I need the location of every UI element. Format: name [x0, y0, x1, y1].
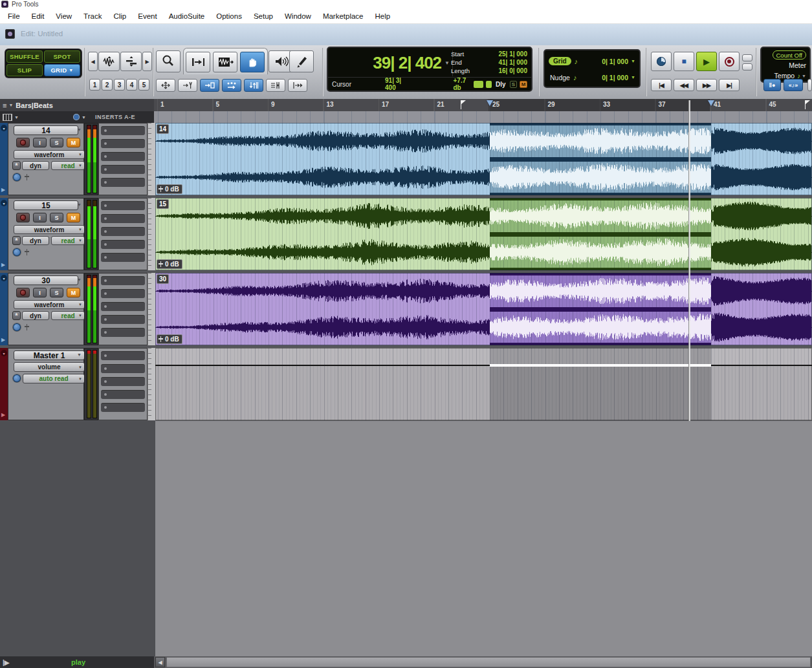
insert-slot[interactable]	[101, 253, 145, 262]
zoom-preset-2[interactable]: 2	[102, 79, 113, 91]
zoom-toggle-button[interactable]	[156, 79, 175, 92]
horizontal-zoom-out-button[interactable]: ◀	[88, 52, 98, 71]
link-track-edit-selection-button[interactable]	[222, 79, 241, 92]
menu-window[interactable]: Window	[279, 12, 317, 20]
track-collapse-icon[interactable]: ▾	[1, 350, 7, 356]
insertion-follows-playback-button[interactable]	[244, 79, 263, 92]
track-name[interactable]: 30	[14, 275, 78, 285]
automation-icon[interactable]: *	[12, 311, 21, 320]
tab-to-transient-button[interactable]	[178, 79, 197, 92]
automation-follows-edit-button[interactable]	[266, 79, 285, 92]
insert-slot[interactable]	[101, 165, 145, 174]
solo-status-chip[interactable]: S	[510, 81, 517, 88]
insert-slot[interactable]	[101, 227, 145, 236]
dyn-button[interactable]: dyn	[22, 161, 49, 170]
track-view-selector[interactable]: volume▼	[14, 362, 85, 372]
automation-icon[interactable]: *	[12, 161, 21, 170]
automation-mode-selector[interactable]: read▼	[51, 311, 85, 320]
chevron-down-icon[interactable]: ▼	[77, 127, 82, 132]
play-button[interactable]: ▶	[696, 52, 717, 71]
insert-slot[interactable]	[101, 390, 145, 399]
nudge-label[interactable]: Nudge	[549, 74, 570, 81]
return-to-zero-button[interactable]: |◀	[651, 79, 672, 91]
spot-mode-button[interactable]: SPOT	[44, 50, 80, 63]
clock-icon[interactable]	[13, 173, 21, 181]
scroll-left-button[interactable]: ◀	[155, 657, 165, 667]
end-value[interactable]: 41| 1| 000	[498, 59, 527, 66]
automation-icon[interactable]: *	[12, 236, 21, 245]
insert-slot[interactable]	[101, 377, 145, 386]
mute-button[interactable]: M	[67, 213, 80, 222]
chevron-down-icon[interactable]: ▼	[631, 75, 635, 80]
menu-event[interactable]: Event	[132, 12, 162, 20]
track-expand-icon[interactable]: ▶	[1, 412, 5, 418]
track-view-selector[interactable]: waveform▼	[14, 300, 85, 309]
menu-help[interactable]: Help	[369, 12, 397, 20]
clip-gain-badge[interactable]: 0 dB	[157, 334, 182, 344]
record-button[interactable]	[719, 52, 740, 71]
slip-mode-button[interactable]: SLIP	[6, 64, 43, 76]
midi-zoom-button[interactable]	[120, 52, 142, 71]
rewind-button[interactable]: ◀◀	[674, 79, 694, 91]
insert-slot[interactable]	[101, 315, 145, 324]
menu-track[interactable]: Track	[78, 12, 107, 20]
volume-automation-canvas[interactable]	[155, 348, 812, 420]
input-monitor-button[interactable]: I	[33, 138, 47, 147]
clock-icon[interactable]	[13, 248, 21, 256]
menu-options[interactable]: Options	[210, 12, 248, 20]
stop-button[interactable]: ■	[674, 52, 694, 71]
automation-mode-selector[interactable]: auto read▼	[23, 374, 85, 383]
menu-file[interactable]: File	[2, 12, 26, 20]
waveform-canvas[interactable]	[155, 198, 812, 270]
insert-slot[interactable]	[101, 328, 145, 337]
dyn-button[interactable]: dyn	[22, 236, 49, 245]
metronome-button[interactable]: «♪»	[784, 79, 803, 91]
solo-button[interactable]: S	[50, 288, 63, 297]
waveform-canvas[interactable]	[155, 273, 812, 345]
dyn-button[interactable]: dyn	[22, 311, 49, 320]
mirrored-midi-editing-button[interactable]	[288, 79, 307, 92]
zoom-preset-1[interactable]: 1	[89, 79, 100, 91]
clip-gain-badge[interactable]: 0 dB	[157, 259, 182, 269]
insert-slot[interactable]	[101, 126, 145, 135]
record-arm-button[interactable]	[16, 213, 30, 222]
menu-marketplace[interactable]: Marketplace	[317, 12, 369, 20]
chevron-down-icon[interactable]: ▼	[82, 115, 86, 120]
menu-edit[interactable]: Edit	[26, 12, 50, 20]
zoomer-tool-button[interactable]	[156, 50, 181, 72]
zoom-preset-4[interactable]: 4	[126, 79, 137, 91]
input-monitor-button[interactable]: I	[33, 213, 47, 222]
nudge-value[interactable]: 0| 1| 000	[602, 74, 628, 81]
clip-gain-badge[interactable]: 0 dB	[157, 184, 182, 194]
horizontal-scrollbar[interactable]: ◀	[154, 656, 812, 668]
track-view-icon[interactable]	[3, 114, 12, 121]
mute-button[interactable]: M	[67, 288, 80, 297]
toolbar-expand-button-top[interactable]	[742, 54, 752, 61]
insert-slot[interactable]	[101, 139, 145, 148]
waveform-canvas[interactable]	[155, 123, 812, 195]
track-expand-icon[interactable]: ▶	[1, 337, 5, 343]
insert-slot[interactable]	[101, 351, 145, 360]
track-collapse-icon[interactable]: ▾	[1, 275, 7, 281]
audio-clip-15[interactable]: 15 0 dB	[155, 198, 812, 270]
chevron-down-icon[interactable]: ▼	[77, 202, 82, 207]
zoom-preset-5[interactable]: 5	[138, 79, 149, 91]
record-arm-button[interactable]	[16, 138, 30, 147]
edit-cursor[interactable]	[688, 100, 690, 421]
selector-tool-button[interactable]	[213, 52, 237, 72]
horizontal-zoom-in-button[interactable]: ▶	[142, 52, 152, 71]
audio-clip-30[interactable]: 30 0 dB	[155, 273, 812, 345]
chevron-down-icon[interactable]: ▼	[444, 60, 450, 66]
length-value[interactable]: 16| 0| 000	[498, 67, 527, 74]
trim-tool-button[interactable]	[186, 52, 210, 72]
insert-slot[interactable]	[101, 364, 145, 373]
solo-button[interactable]: S	[50, 213, 63, 222]
meter-label[interactable]: Meter	[789, 61, 806, 69]
insertion-follows-icon[interactable]: |▶	[3, 659, 10, 666]
grid-value[interactable]: 0| 1| 000	[602, 58, 628, 65]
mute-button[interactable]: M	[67, 138, 80, 147]
automation-mode-selector[interactable]: read▼	[51, 236, 85, 245]
audio-clip-14[interactable]: 14 0 dB	[155, 123, 812, 195]
input-monitor-button[interactable]: I	[33, 288, 47, 297]
start-value[interactable]: 25| 1| 000	[498, 50, 527, 58]
